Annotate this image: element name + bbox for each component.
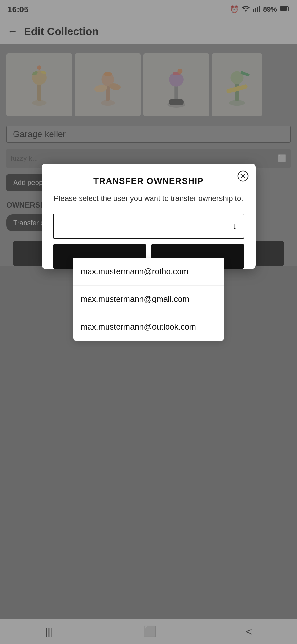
transfer-ownership-modal: TRANSFER OWNERSHIP Please select the use… [42,164,256,269]
modal-description: Please select the user you want to trans… [53,193,244,204]
dropdown-list: max.mustermann@rotho.com max.mustermann@… [73,258,224,341]
dropdown-option-1[interactable]: max.mustermann@gmail.com [73,286,224,313]
dropdown-option-2[interactable]: max.mustermann@outlook.com [73,313,224,341]
user-select-dropdown[interactable]: ↓ [53,214,244,239]
dropdown-arrow-icon: ↓ [233,221,237,231]
modal-close-button[interactable] [236,169,250,183]
modal-title: TRANSFER OWNERSHIP [53,176,244,186]
dropdown-option-0[interactable]: max.mustermann@rotho.com [73,258,224,286]
